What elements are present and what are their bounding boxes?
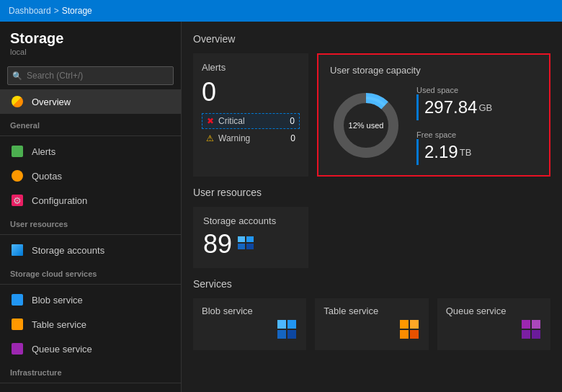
svg-rect-14 [410, 330, 419, 339]
storage-icon [10, 243, 24, 257]
user-resources-section: User resources Storage accounts 89 [193, 187, 550, 268]
services-title: Services [193, 278, 550, 290]
critical-label: Critical [218, 116, 285, 126]
table-service-card[interactable]: Table service [315, 298, 428, 350]
blob-service-icon [277, 320, 298, 343]
free-space-row: Free space 2.19 TB [416, 130, 492, 165]
svg-rect-16 [532, 320, 540, 329]
queue-service-card[interactable]: Queue service [437, 298, 550, 350]
blob-service-title: Blob service [202, 306, 298, 316]
breadcrumb-current: Storage [62, 6, 92, 16]
storage-accounts-icon [238, 236, 254, 253]
svg-rect-12 [410, 320, 419, 329]
search-icon: 🔍 [12, 71, 22, 81]
search-container: 🔍 [7, 66, 174, 85]
svg-rect-9 [277, 330, 286, 339]
search-input[interactable] [7, 66, 174, 85]
svg-rect-18 [532, 330, 540, 339]
page-subtitle: local [10, 48, 171, 56]
svg-rect-4 [246, 236, 254, 242]
top-navigation: Dashboard > Storage [0, 0, 562, 22]
svg-rect-6 [246, 244, 254, 249]
overview-icon [10, 94, 24, 109]
capacity-stats: Used space 297.84 GB Free space [416, 86, 492, 165]
svg-rect-10 [287, 330, 296, 339]
svg-rect-3 [238, 236, 245, 242]
section-label-cloud-services: Storage cloud services [0, 262, 181, 281]
queue-icon [10, 342, 24, 356]
svg-rect-17 [522, 330, 530, 339]
overview-section-title: Overview [193, 33, 550, 45]
warning-label: Warning [218, 133, 286, 143]
capacity-card: User storage capacity [317, 53, 550, 177]
overview-row: Alerts 0 ✖ Critical 0 ⚠ Warning 0 User s… [193, 53, 550, 177]
services-section: Services Blob service Table service [193, 278, 550, 350]
table-service-icon [400, 320, 420, 343]
free-bar [416, 139, 419, 165]
svg-rect-5 [238, 244, 245, 249]
svg-rect-13 [400, 330, 409, 339]
svg-rect-7 [277, 320, 286, 329]
queue-service-title: Queue service [446, 306, 542, 316]
sidebar-header: Storage local [0, 22, 181, 62]
sidebar-item-quotas[interactable]: Quotas [0, 164, 181, 188]
used-space-unit: GB [478, 102, 492, 113]
free-space-unit: TB [460, 147, 472, 158]
free-space-label: Free space [416, 130, 492, 139]
sidebar-item-configuration[interactable]: ⚙ Configuration [0, 188, 181, 213]
alerts-count: 0 [202, 77, 300, 107]
donut-label: 12% used [349, 121, 384, 130]
services-row: Blob service Table service [193, 298, 550, 350]
warning-value: 0 [290, 133, 295, 143]
breadcrumb-separator: > [54, 6, 59, 16]
queue-service-icon [522, 320, 542, 343]
used-space-value: 297.84 [424, 97, 477, 117]
svg-rect-8 [287, 320, 296, 329]
alerts-card: Alerts 0 ✖ Critical 0 ⚠ Warning 0 [193, 53, 308, 177]
free-space-info: 2.19 TB [416, 139, 492, 165]
capacity-title: User storage capacity [330, 65, 538, 76]
critical-value: 0 [290, 116, 295, 126]
user-resources-title: User resources [193, 187, 550, 198]
used-space-label: Used space [416, 86, 492, 94]
blob-icon [10, 293, 24, 307]
storage-accounts-count: 89 [203, 229, 298, 259]
sidebar-item-table-service[interactable]: Table service [0, 312, 181, 337]
table-nav-icon [10, 317, 24, 331]
quotas-icon [10, 169, 24, 183]
sidebar-item-queue-service[interactable]: Queue service [0, 337, 181, 361]
section-label-general: General [0, 114, 181, 133]
sidebar-item-file-shares[interactable]: File shares [0, 386, 181, 392]
alerts-nav-icon [10, 144, 24, 159]
config-icon: ⚙ [10, 193, 24, 208]
storage-accounts-card[interactable]: Storage accounts 89 [193, 207, 308, 268]
sidebar-item-alerts[interactable]: Alerts [0, 139, 181, 164]
page-title: Storage [10, 30, 171, 47]
free-space-value: 2.19 [424, 142, 458, 162]
used-bar [416, 94, 419, 120]
main-content: Overview Alerts 0 ✖ Critical 0 ⚠ Warning… [182, 22, 562, 392]
sidebar-nav: Overview General Alerts Quotas ⚙ Configu… [0, 89, 181, 392]
svg-rect-11 [400, 320, 409, 329]
sidebar-item-storage-accounts[interactable]: Storage accounts [0, 238, 181, 262]
critical-icon: ✖ [207, 116, 214, 126]
warning-alert-row[interactable]: ⚠ Warning 0 [202, 131, 300, 146]
used-space-info: 297.84 GB [416, 94, 492, 120]
sidebar: Storage local 🔍 Overview General Alerts … [0, 22, 182, 392]
storage-accounts-card-title: Storage accounts [203, 215, 298, 226]
svg-rect-15 [522, 320, 530, 329]
sidebar-item-overview[interactable]: Overview [0, 89, 181, 114]
used-space-row: Used space 297.84 GB [416, 86, 492, 120]
critical-alert-row[interactable]: ✖ Critical 0 [202, 113, 300, 129]
section-label-infrastructure: Infrastructure [0, 361, 181, 380]
donut-chart: 12% used [330, 89, 402, 161]
warning-icon: ⚠ [206, 133, 214, 143]
table-service-title: Table service [324, 306, 419, 316]
breadcrumb-dashboard[interactable]: Dashboard [9, 6, 51, 16]
blob-service-card[interactable]: Blob service [193, 298, 306, 350]
section-label-user-resources: User resources [0, 213, 181, 231]
alerts-card-title: Alerts [202, 62, 300, 73]
sidebar-item-blob-service[interactable]: Blob service [0, 288, 181, 312]
